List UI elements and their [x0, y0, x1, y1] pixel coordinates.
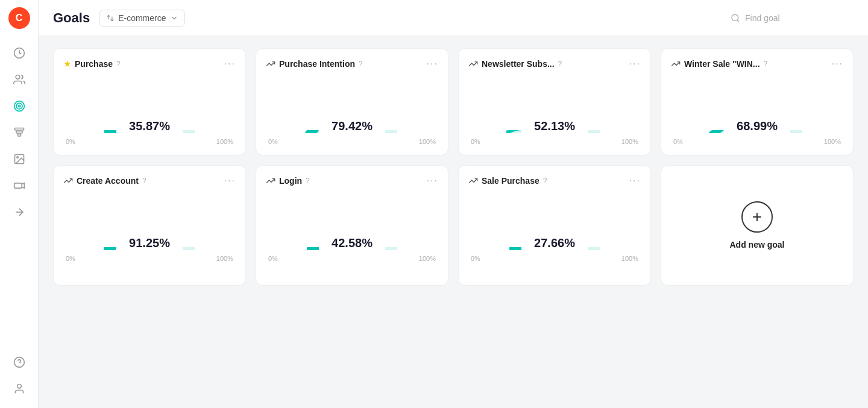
svg-point-3 — [16, 103, 22, 109]
goal-help-icon[interactable]: ? — [142, 177, 146, 185]
goal-title: Purchase Intention — [279, 59, 355, 69]
sidebar-item-dashboard[interactable] — [7, 41, 31, 65]
goal-menu-button[interactable]: ··· — [427, 175, 438, 186]
goal-card-purchase: ★ Purchase ? ··· 35.87% 0% 100% — [53, 48, 246, 155]
gauge-labels: 0% 100% — [266, 255, 438, 262]
add-goal-card[interactable]: + Add new goal — [661, 165, 854, 286]
goal-title-row: ★ Purchase ? — [63, 58, 121, 69]
gauge-min-label: 0% — [66, 255, 75, 262]
goal-title: Winter Sale "WIN... — [684, 59, 760, 69]
svg-rect-7 — [17, 134, 20, 136]
goal-title: Create Account — [77, 176, 139, 186]
svg-point-13 — [17, 384, 21, 389]
sidebar-item-media[interactable] — [7, 147, 31, 171]
gauge-labels: 0% 100% — [468, 255, 641, 262]
goal-title-row: Purchase Intention ? — [266, 59, 363, 69]
gauge-max-label: 100% — [419, 255, 436, 262]
gauge-value: 79.42% — [332, 119, 373, 133]
gauge-min-label: 0% — [673, 138, 683, 145]
goal-menu-button[interactable]: ··· — [224, 58, 236, 69]
goal-card-sale-purchase: Sale Purchase ? ··· 27.66% 0% 100% — [458, 165, 651, 286]
gauge-labels: 0% 100% — [468, 138, 641, 145]
gauge-min-label: 0% — [268, 255, 278, 262]
gauge-container: 27.66% — [506, 196, 603, 250]
goal-card-winter-sale: Winter Sale "WIN... ? ··· 68.99% 0% 100% — [661, 48, 854, 155]
goal-menu-button[interactable]: ··· — [224, 175, 236, 186]
goal-card-header: Newsletter Subs... ? ··· — [468, 58, 641, 69]
sidebar-item-support[interactable] — [7, 350, 31, 374]
goal-title-row: Login ? — [266, 176, 310, 186]
gauge-value: 27.66% — [534, 236, 575, 250]
gauge-container: 79.42% — [304, 79, 400, 133]
gauge-max-label: 100% — [824, 138, 841, 145]
sidebar-item-flows[interactable] — [7, 200, 31, 224]
add-goal-icon: + — [741, 201, 773, 233]
sidebar-item-users[interactable] — [7, 67, 31, 92]
goal-chart-area: 68.99% 0% 100% — [671, 74, 843, 145]
goal-help-icon[interactable]: ? — [764, 60, 768, 68]
gauge-value: 42.58% — [332, 236, 373, 250]
sidebar-item-video[interactable] — [7, 174, 31, 198]
svg-point-9 — [16, 157, 17, 158]
goal-card-header: Create Account ? ··· — [63, 175, 236, 186]
goal-menu-button[interactable]: ··· — [832, 58, 843, 69]
sidebar-item-goals[interactable] — [7, 94, 31, 118]
goal-chart-area: 42.58% 0% 100% — [266, 191, 438, 262]
goal-chart-area: 35.87% 0% 100% — [63, 74, 236, 145]
goal-help-icon[interactable]: ? — [359, 60, 363, 68]
svg-rect-10 — [14, 183, 22, 188]
gauge-labels: 0% 100% — [63, 138, 236, 145]
svg-point-1 — [16, 75, 20, 80]
goal-title-row: Newsletter Subs... ? — [468, 59, 562, 69]
compare-icon — [106, 14, 115, 22]
goal-card-login: Login ? ··· 42.58% 0% 100% — [256, 165, 448, 286]
gauge-min-label: 0% — [471, 138, 480, 145]
search-icon — [731, 13, 740, 23]
goals-grid: ★ Purchase ? ··· 35.87% 0% 100% — [53, 48, 854, 286]
gauge-max-label: 100% — [621, 255, 638, 262]
app-logo: C — [8, 7, 30, 29]
gauge-container: 35.87% — [101, 79, 198, 133]
svg-rect-5 — [14, 128, 24, 130]
goal-chart-area: 91.25% 0% 100% — [63, 191, 236, 262]
gauge-labels: 0% 100% — [671, 138, 843, 145]
gauge-container: 42.58% — [304, 196, 400, 250]
goal-help-icon[interactable]: ? — [558, 60, 562, 68]
gauge-value: 52.13% — [534, 119, 575, 133]
goal-title: Sale Purchase — [482, 176, 539, 186]
trend-icon — [468, 59, 478, 69]
goal-help-icon[interactable]: ? — [543, 177, 547, 185]
goal-card-header: Login ? ··· — [266, 175, 438, 186]
goal-menu-button[interactable]: ··· — [427, 58, 438, 69]
goal-menu-button[interactable]: ··· — [629, 58, 641, 69]
search-bar — [731, 13, 854, 23]
goal-title: Purchase — [75, 59, 113, 69]
sidebar-item-funnel[interactable] — [7, 121, 31, 145]
goal-title-row: Create Account ? — [63, 176, 146, 186]
goal-help-icon[interactable]: ? — [116, 60, 121, 68]
goal-card-purchase-intention: Purchase Intention ? ··· 79.42% 0% 100% — [256, 48, 448, 155]
svg-line-15 — [737, 20, 739, 22]
goal-menu-button[interactable]: ··· — [629, 175, 641, 186]
segment-dropdown[interactable]: E-commerce — [99, 10, 184, 27]
trend-icon — [671, 59, 681, 69]
gauge-labels: 0% 100% — [63, 255, 236, 262]
goal-title: Login — [279, 176, 302, 186]
svg-rect-6 — [16, 131, 22, 133]
trend-icon — [468, 176, 478, 186]
goal-chart-area: 27.66% 0% 100% — [468, 191, 641, 262]
gauge-value: 35.87% — [129, 119, 170, 133]
gauge-container: 91.25% — [101, 196, 198, 250]
sidebar-item-profile[interactable] — [7, 377, 31, 401]
gauge-min-label: 0% — [66, 138, 75, 145]
gauge-container: 68.99% — [709, 79, 805, 133]
search-input[interactable] — [745, 13, 854, 23]
star-icon: ★ — [63, 58, 71, 69]
trend-icon — [266, 176, 275, 186]
svg-point-4 — [18, 105, 20, 107]
goal-help-icon[interactable]: ? — [306, 177, 310, 185]
sidebar: C — [0, 0, 39, 408]
gauge-value: 91.25% — [129, 236, 170, 250]
goal-chart-area: 79.42% 0% 100% — [266, 74, 438, 145]
goal-card-header: Winter Sale "WIN... ? ··· — [671, 58, 843, 69]
